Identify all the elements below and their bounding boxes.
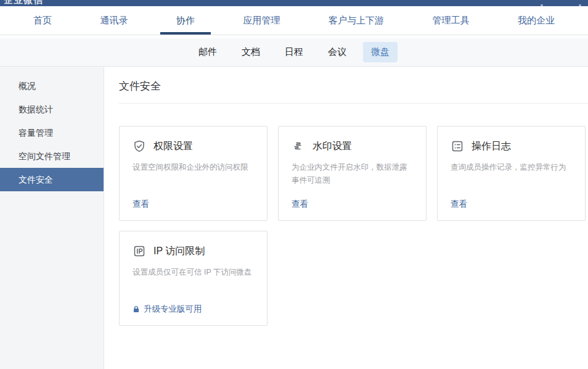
log-list-icon (451, 139, 464, 153)
main-nav-label: 管理工具 (433, 15, 470, 27)
card-description: 设置空间权限和企业外的访问权限 (133, 161, 254, 174)
card-description: 设置成员仅可在可信 IP 下访问微盘 (133, 266, 254, 279)
sidebar-item-容量管理[interactable]: 容量管理 (0, 121, 104, 144)
content-area: 概况数据统计容量管理空间文件管理文件安全 文件安全 权限设置 设置空间权限和企业… (0, 67, 588, 369)
title-divider (119, 103, 588, 104)
sub-nav-item-文档[interactable]: 文档 (234, 42, 268, 62)
main-nav-label: 首页 (33, 15, 52, 27)
sidebar-item-概况[interactable]: 概况 (0, 74, 104, 97)
main-nav-label: 协作 (176, 15, 195, 27)
card-header: 操作日志 (451, 139, 572, 153)
sub-nav: 邮件文档日程会议微盘 (0, 38, 588, 67)
watermark-icon (292, 139, 305, 153)
main-nav-item-我的企业[interactable]: 我的企业 (502, 6, 571, 35)
main-nav-item-协作[interactable]: 协作 (160, 6, 211, 35)
page-title: 文件安全 (119, 79, 588, 93)
card-title: 权限设置 (153, 140, 193, 153)
card-title: IP 访问限制 (153, 245, 205, 258)
main-nav-item-应用管理[interactable]: 应用管理 (227, 6, 296, 35)
feature-card-权限设置: 权限设置 设置空间权限和企业外的访问权限 查看 (119, 126, 267, 221)
main-nav-label: 客户与上下游 (329, 15, 384, 27)
sidebar-item-空间文件管理[interactable]: 空间文件管理 (0, 144, 104, 168)
sub-nav-item-微盘[interactable]: 微盘 (363, 42, 398, 62)
ip-icon (133, 244, 146, 258)
main-panel: 文件安全 权限设置 设置空间权限和企业外的访问权限 查看 水印设置 为企业内文件… (104, 67, 588, 369)
sub-nav-item-会议[interactable]: 会议 (320, 42, 354, 62)
main-nav-item-管理工具[interactable]: 管理工具 (417, 6, 486, 35)
card-description: 为企业内文件开启水印，数据泄露事件可追溯 (292, 161, 413, 186)
action-label: 升级专业版可用 (144, 304, 202, 315)
card-action-link[interactable]: 升级专业版可用 (133, 304, 202, 315)
card-title: 水印设置 (312, 140, 352, 153)
main-nav: 首页通讯录协作应用管理客户与上下游管理工具我的企业 (0, 6, 588, 35)
card-action-link[interactable]: 查看 (133, 199, 149, 210)
card-header: 权限设置 (133, 139, 254, 153)
sub-nav-item-日程[interactable]: 日程 (277, 42, 311, 62)
main-nav-label: 通讯录 (100, 15, 128, 27)
action-label: 查看 (133, 199, 149, 210)
avatar[interactable] (579, 4, 581, 6)
card-description: 查询成员操作记录，监控异常行为 (451, 161, 572, 174)
sidebar-item-文件安全[interactable]: 文件安全 (0, 168, 104, 191)
feature-card-IP 访问限制: IP 访问限制 设置成员仅可在可信 IP 下访问微盘 升级专业版可用 (119, 231, 267, 326)
shield-check-icon (133, 139, 146, 153)
card-action-link[interactable]: 查看 (292, 199, 308, 210)
card-title: 操作日志 (472, 140, 511, 153)
card-header: IP 访问限制 (133, 244, 254, 258)
lock-icon (133, 305, 140, 313)
admin-console: 企业微信 首页通讯录协作应用管理客户与上下游管理工具我的企业 邮件文档日程会议微… (0, 0, 588, 369)
top-brand-bar: 企业微信 (0, 0, 588, 6)
feature-cards: 权限设置 设置空间权限和企业外的访问权限 查看 水印设置 为企业内文件开启水印，… (119, 126, 588, 326)
main-nav-item-首页[interactable]: 首页 (17, 6, 68, 35)
main-nav-label: 我的企业 (518, 15, 555, 27)
main-nav-item-客户与上下游[interactable]: 客户与上下游 (312, 6, 400, 35)
feature-card-水印设置: 水印设置 为企业内文件开启水印，数据泄露事件可追溯 查看 (278, 126, 427, 221)
sidebar-item-数据统计[interactable]: 数据统计 (0, 97, 104, 121)
main-nav-label: 应用管理 (243, 15, 280, 27)
feature-card-操作日志: 操作日志 查询成员操作记录，监控异常行为 查看 (437, 126, 586, 221)
action-label: 查看 (292, 199, 308, 210)
brand-logo: 企业微信 (4, 0, 43, 6)
sub-nav-item-邮件[interactable]: 邮件 (190, 42, 225, 62)
sidebar: 概况数据统计容量管理空间文件管理文件安全 (0, 67, 104, 369)
main-nav-item-通讯录[interactable]: 通讯录 (84, 6, 144, 35)
card-action-link[interactable]: 查看 (451, 199, 467, 210)
action-label: 查看 (451, 199, 467, 210)
card-header: 水印设置 (292, 139, 413, 153)
